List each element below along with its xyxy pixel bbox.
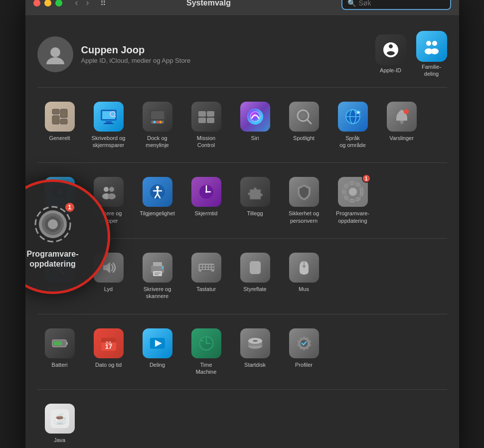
mission-button[interactable]: MissionControl	[184, 98, 229, 153]
svg-rect-59	[153, 262, 162, 266]
progoppdatering-label: Programvare-oppdatering	[336, 210, 369, 224]
family-sharing-label: Familie-deling	[422, 64, 441, 77]
svg-point-21	[159, 121, 161, 123]
skrivebord-button[interactable]: Skrivebord ogskjermsparer	[86, 98, 131, 153]
svg-point-52	[205, 191, 207, 193]
apple-id-label: Apple-ID	[380, 67, 401, 74]
sw-update-badge: 1	[64, 202, 75, 213]
svg-point-78	[303, 265, 306, 267]
dato-label: Dato og tid	[95, 361, 122, 368]
skjermtid-button[interactable]: Skjermtid	[184, 173, 229, 228]
varslinger-label: Varslinger	[389, 135, 414, 142]
sprak-button[interactable]: Språkog område	[330, 98, 375, 153]
sprak-icon	[338, 102, 368, 132]
avatar[interactable]	[37, 36, 73, 72]
family-sharing-button[interactable]: Familie-deling	[416, 31, 447, 77]
search-bar[interactable]: 🔍	[341, 0, 451, 10]
java-icon: ☕	[45, 404, 75, 434]
section1-grid: Generelt Skrivebord	[37, 98, 447, 153]
back-arrow[interactable]: ‹	[72, 0, 81, 9]
close-button[interactable]	[33, 0, 40, 6]
progoppdatering-button[interactable]: 1 Programvare-oppdatering	[330, 173, 375, 228]
svg-point-30	[300, 113, 306, 119]
svg-rect-69	[200, 268, 202, 269]
section4-grid: Batteri 17 JUL Dato og tid	[37, 324, 447, 380]
svg-point-44	[108, 193, 116, 199]
spotlight-button[interactable]: Spotlight	[282, 98, 326, 153]
deling-label: Deling	[150, 361, 165, 368]
window-title: Systemvalg	[82, 0, 335, 7]
tilgjengelighet-button[interactable]: Tilgjengelighet	[135, 173, 180, 228]
skrivebord-label: Skrivebord ogskjermsparer	[92, 135, 126, 149]
svg-rect-74	[212, 268, 214, 269]
profiler-icon	[289, 328, 319, 358]
svg-rect-8	[60, 109, 67, 118]
varslinger-button[interactable]: Varslinger	[379, 98, 424, 153]
profiler-label: Profiler	[295, 361, 313, 368]
svg-point-38	[404, 109, 409, 114]
skrivebord-icon	[94, 102, 124, 132]
section-display: Generelt Skrivebord	[37, 98, 447, 163]
tastatur-button[interactable]: Tastatur	[184, 249, 229, 304]
svg-point-43	[109, 187, 114, 192]
java-button[interactable]: ☕ Java	[37, 400, 82, 448]
startdisk-button[interactable]: Startdisk	[233, 324, 278, 380]
dato-button[interactable]: 17 JUL Dato og tid	[86, 324, 131, 380]
spotlight-label: Spotlight	[293, 135, 315, 142]
svg-point-3	[432, 41, 437, 46]
batteri-icon	[45, 328, 75, 358]
user-section: Cuppen Joop Apple ID, iCloud, medier og …	[37, 26, 447, 87]
section5-grid: ☕ Java	[37, 400, 447, 448]
java-label: Java	[54, 437, 65, 444]
apple-id-button[interactable]: Apple-ID	[375, 34, 406, 74]
apple-id-icon	[375, 34, 406, 65]
generelt-button[interactable]: Generelt	[37, 98, 82, 153]
titlebar: ‹ › ⠿ Systemvalg 🔍	[25, 0, 459, 16]
svg-rect-9	[60, 119, 67, 124]
mission-icon	[191, 102, 221, 132]
user-info: Cuppen Joop Apple ID, iCloud, medier og …	[81, 44, 367, 64]
svg-rect-80	[66, 342, 68, 345]
deling-icon	[143, 328, 172, 358]
styreflate-button[interactable]: Styreflate	[233, 249, 278, 304]
tillegg-button[interactable]: Tillegg	[233, 173, 278, 228]
svg-rect-81	[54, 341, 62, 345]
svg-point-94	[253, 340, 258, 342]
skrivere-button[interactable]: Skrivere ogskannere	[135, 249, 180, 304]
svg-rect-66	[203, 265, 205, 267]
profiler-button[interactable]: Profiler	[282, 324, 326, 380]
siri-button[interactable]: Siri	[233, 98, 278, 153]
generelt-label: Generelt	[49, 135, 70, 142]
svg-rect-24	[198, 118, 206, 123]
sikkerhet-button[interactable]: Sikkerhet ogpersonvern	[282, 173, 326, 228]
svg-rect-76	[250, 261, 261, 274]
tillegg-label: Tillegg	[247, 210, 263, 217]
svg-rect-17	[151, 111, 164, 119]
svg-rect-60	[153, 271, 162, 276]
skjermtid-label: Skjermtid	[195, 210, 218, 217]
svg-rect-13	[104, 123, 114, 124]
minimize-button[interactable]	[44, 0, 51, 6]
lyd-label: Lyd	[104, 286, 113, 293]
sw-update-label: Programvare-oppdatering	[26, 249, 78, 270]
user-subtitle: Apple ID, iCloud, medier og App Store	[81, 57, 367, 64]
fullscreen-button[interactable]	[55, 0, 62, 6]
timemachine-button[interactable]: TimeMachine	[184, 324, 229, 380]
svg-text:JUL: JUL	[105, 340, 112, 345]
mission-label: MissionControl	[197, 135, 215, 149]
skrivere-icon	[143, 253, 172, 283]
search-input[interactable]	[359, 0, 445, 7]
mus-button[interactable]: Mus	[282, 249, 326, 304]
deling-button[interactable]: Deling	[135, 324, 180, 380]
batteri-label: Batteri	[52, 361, 68, 368]
batteri-button[interactable]: Batteri	[37, 324, 82, 380]
svg-point-1	[46, 57, 64, 64]
svg-rect-67	[206, 265, 208, 267]
svg-rect-71	[206, 268, 208, 269]
svg-point-37	[400, 122, 403, 124]
svg-rect-12	[106, 121, 112, 123]
tilgjengelighet-icon	[143, 177, 172, 207]
dock-button[interactable]: Dock ogmenylinje	[135, 98, 180, 153]
svg-point-20	[156, 121, 159, 123]
svg-point-0	[50, 47, 60, 57]
